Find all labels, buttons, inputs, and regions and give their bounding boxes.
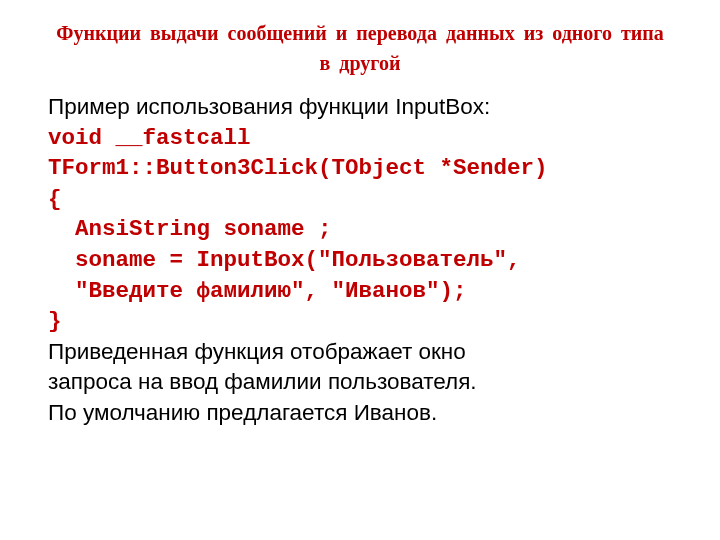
slide-title: Функции выдачи сообщений и перевода данн… [48,18,672,78]
intro-text: Пример использования функции InputBox: [48,92,672,123]
slide-body: Пример использования функции InputBox: v… [48,92,672,429]
slide: Функции выдачи сообщений и перевода данн… [0,0,720,429]
code-line-5: soname = InputBox("Пользователь", [48,245,672,276]
description-line-1: Приведенная функция отображает окно [48,337,672,368]
code-line-7: } [48,306,672,337]
description-line-3: По умолчанию предлагается Иванов. [48,398,672,429]
code-line-6: "Введите фамилию", "Иванов"); [48,276,672,307]
code-line-3: { [48,184,672,215]
description-line-2: запроса на ввод фамилии пользователя. [48,367,672,398]
code-line-2: TForm1::Button3Click(TObject *Sender) [48,153,672,184]
code-line-4: AnsiString soname ; [48,214,672,245]
code-line-1: void __fastcall [48,123,672,154]
